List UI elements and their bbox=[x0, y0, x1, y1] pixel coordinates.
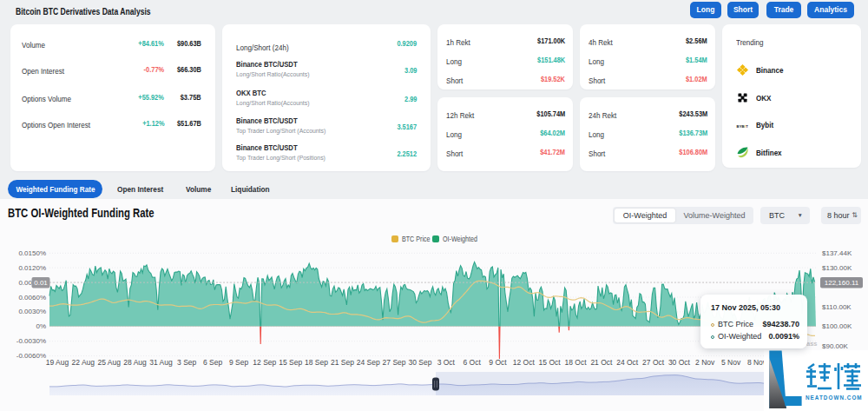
svg-text:NEATDOWN.COM: NEATDOWN.COM bbox=[806, 394, 863, 401]
svg-text:15 Sep: 15 Sep bbox=[279, 358, 302, 367]
svg-text:3 Sep: 3 Sep bbox=[177, 358, 196, 367]
svg-text:6 Sep: 6 Sep bbox=[203, 358, 222, 367]
svg-text:2 Nov: 2 Nov bbox=[695, 358, 715, 367]
svg-text:$90.00K: $90.00K bbox=[822, 342, 848, 350]
svg-text:0.0030%: 0.0030% bbox=[18, 308, 46, 315]
svg-text:28 Aug: 28 Aug bbox=[123, 358, 147, 367]
svg-text:12 Oct: 12 Oct bbox=[513, 358, 536, 367]
svg-text:30 Oct: 30 Oct bbox=[668, 358, 691, 367]
svg-text:ass: ass bbox=[806, 340, 818, 348]
svg-text:-0.0030%: -0.0030% bbox=[16, 337, 46, 345]
svg-text:122,160.11: 122,160.11 bbox=[825, 279, 859, 287]
svg-text:6 Oct: 6 Oct bbox=[463, 358, 481, 367]
svg-text:21 Oct: 21 Oct bbox=[590, 358, 613, 367]
svg-text:31 Aug: 31 Aug bbox=[149, 358, 173, 367]
svg-text:5 Nov: 5 Nov bbox=[721, 358, 741, 367]
svg-text:9 Sep: 9 Sep bbox=[229, 358, 248, 367]
svg-text:$130.00K: $130.00K bbox=[822, 264, 852, 272]
svg-text:0.0060%: 0.0060% bbox=[18, 294, 46, 302]
svg-text:30 Sep: 30 Sep bbox=[408, 358, 431, 367]
svg-text:22 Aug: 22 Aug bbox=[72, 358, 95, 367]
svg-text:$110.00K: $110.00K bbox=[822, 303, 852, 311]
svg-text:0.0120%: 0.0120% bbox=[18, 264, 46, 272]
svg-text:24 Sep: 24 Sep bbox=[357, 358, 380, 367]
svg-text:25 Aug: 25 Aug bbox=[97, 358, 121, 367]
svg-text:0.0150%: 0.0150% bbox=[18, 249, 46, 257]
svg-text:0%: 0% bbox=[36, 322, 46, 330]
svg-text:15 Oct: 15 Oct bbox=[539, 358, 562, 367]
svg-text:21 Sep: 21 Sep bbox=[331, 358, 354, 367]
svg-text:19 Aug: 19 Aug bbox=[46, 358, 69, 367]
svg-text:9 Oct: 9 Oct bbox=[489, 358, 507, 367]
svg-text:$100.00K: $100.00K bbox=[822, 322, 852, 330]
svg-text:18 Sep: 18 Sep bbox=[305, 358, 328, 367]
svg-text:27 Sep: 27 Sep bbox=[383, 358, 406, 367]
svg-text:3 Oct: 3 Oct bbox=[437, 358, 456, 367]
svg-text:$137.44K: $137.44K bbox=[822, 249, 852, 257]
svg-text:0.01: 0.01 bbox=[34, 279, 48, 287]
svg-text:18 Oct: 18 Oct bbox=[564, 358, 587, 367]
svg-text:24 Oct: 24 Oct bbox=[616, 358, 639, 367]
svg-text:-0.0060%: -0.0060% bbox=[16, 352, 46, 360]
svg-text:27 Oct: 27 Oct bbox=[642, 358, 665, 367]
svg-text:12 Sep: 12 Sep bbox=[253, 358, 276, 367]
